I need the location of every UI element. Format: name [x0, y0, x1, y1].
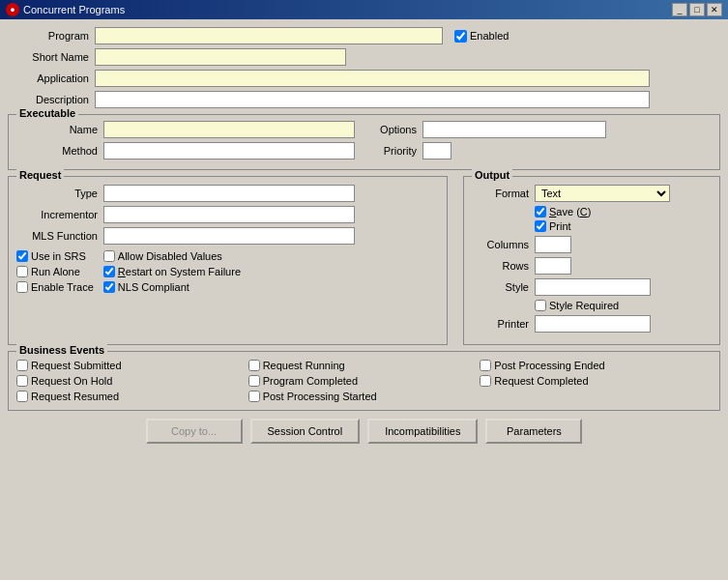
- be-request-running-cb[interactable]: [248, 360, 260, 371]
- restart-label: Restart on System Failure: [118, 266, 241, 277]
- cb-col-right: Allow Disabled Values Restart on System …: [103, 250, 241, 293]
- app-icon: ●: [6, 3, 19, 16]
- be-request-resumed[interactable]: Request Resumed: [16, 391, 248, 402]
- save-item[interactable]: Save (C): [535, 206, 712, 218]
- request-title: Request: [16, 169, 64, 181]
- options-input[interactable]: [422, 121, 606, 138]
- exec-name-row: Name Options: [16, 121, 712, 138]
- enabled-checkbox[interactable]: [454, 30, 467, 43]
- nls-compliant-item[interactable]: NLS Compliant: [103, 281, 241, 293]
- enable-trace-checkbox[interactable]: [16, 281, 28, 293]
- cb-col-left: Use in SRS Run Alone Enable Trace: [16, 250, 94, 293]
- type-row: Type: [16, 185, 439, 202]
- save-row: Save (C): [472, 206, 712, 218]
- program-label: Program: [8, 30, 95, 42]
- program-row: Program Enabled: [8, 27, 720, 44]
- business-events-section: Business Events Request Submitted Reques…: [8, 351, 720, 411]
- be-request-completed[interactable]: Request Completed: [480, 375, 712, 387]
- minimize-button[interactable]: _: [672, 3, 687, 16]
- program-input[interactable]: [95, 27, 443, 44]
- title-bar: ● Concurrent Programs _ □ ✕: [0, 0, 728, 19]
- mls-function-label: MLS Function: [16, 230, 103, 242]
- use-in-srs-checkbox[interactable]: [16, 250, 28, 262]
- columns-input[interactable]: [535, 236, 571, 253]
- executable-section: Executable Name Options Method Priority: [8, 114, 720, 170]
- run-alone-checkbox[interactable]: [16, 266, 28, 277]
- format-select[interactable]: Text PDF HTML XML: [535, 185, 670, 202]
- run-alone-item[interactable]: Run Alone: [16, 266, 94, 277]
- mls-function-row: MLS Function: [16, 227, 439, 245]
- be-request-on-hold-cb[interactable]: [16, 375, 28, 387]
- enabled-label: Enabled: [454, 30, 509, 43]
- short-name-label: Short Name: [8, 51, 95, 63]
- be-post-processing-started[interactable]: Post Processing Started: [248, 391, 480, 402]
- style-input[interactable]: [535, 278, 651, 296]
- description-input[interactable]: [95, 91, 650, 108]
- incompatibilities-button[interactable]: Incompatibilities: [367, 419, 478, 444]
- allow-disabled-checkbox[interactable]: [103, 250, 115, 262]
- parameters-button[interactable]: Parameters: [485, 419, 582, 444]
- method-label: Method: [16, 145, 103, 157]
- executable-title: Executable: [16, 107, 78, 119]
- rows-input[interactable]: [535, 257, 571, 275]
- printer-row: Printer: [472, 315, 712, 333]
- business-events-grid: Request Submitted Request Running Post P…: [16, 360, 712, 402]
- columns-row: Columns: [472, 236, 712, 253]
- print-item[interactable]: Print: [535, 220, 712, 232]
- priority-label: Priority: [355, 145, 422, 157]
- type-input[interactable]: [103, 185, 355, 202]
- columns-label: Columns: [472, 239, 535, 250]
- style-required-checkbox[interactable]: [535, 300, 546, 311]
- copy-to-button[interactable]: Copy to...: [146, 419, 243, 444]
- application-input[interactable]: [95, 70, 650, 87]
- exec-name-input[interactable]: [103, 121, 355, 138]
- incrementor-label: Incrementor: [16, 209, 103, 220]
- nls-compliant-checkbox[interactable]: [103, 281, 115, 293]
- be-request-on-hold[interactable]: Request On Hold: [16, 375, 248, 387]
- be-request-running[interactable]: Request Running: [248, 360, 480, 371]
- restart-on-failure-checkbox[interactable]: [103, 266, 115, 277]
- incrementor-row: Incrementor: [16, 206, 439, 223]
- main-content: Program Enabled Short Name Application D…: [0, 19, 728, 580]
- be-post-processing-started-cb[interactable]: [248, 391, 260, 402]
- be-request-resumed-cb[interactable]: [16, 391, 28, 402]
- description-label: Description: [8, 94, 95, 105]
- mls-function-input[interactable]: [103, 227, 355, 245]
- be-request-completed-cb[interactable]: [480, 375, 491, 387]
- style-required-row: Style Required: [472, 300, 712, 311]
- be-program-completed-cb[interactable]: [248, 375, 260, 387]
- save-checkbox[interactable]: [535, 206, 546, 218]
- incrementor-input[interactable]: [103, 206, 355, 223]
- style-label: Style: [472, 281, 535, 293]
- style-required-item[interactable]: Style Required: [535, 300, 712, 311]
- window-controls[interactable]: _ □ ✕: [672, 3, 722, 16]
- style-row: Style: [472, 278, 712, 296]
- priority-input[interactable]: [422, 142, 451, 160]
- title-text: Concurrent Programs: [23, 4, 125, 15]
- session-control-button[interactable]: Session Control: [250, 419, 361, 444]
- short-name-input[interactable]: [95, 48, 346, 66]
- be-request-submitted[interactable]: Request Submitted: [16, 360, 248, 371]
- use-in-srs-item[interactable]: Use in SRS: [16, 250, 94, 262]
- be-post-processing-ended[interactable]: Post Processing Ended: [480, 360, 712, 371]
- application-label: Application: [8, 72, 95, 84]
- be-program-completed[interactable]: Program Completed: [248, 375, 480, 387]
- be-request-submitted-cb[interactable]: [16, 360, 28, 371]
- method-input[interactable]: [103, 142, 355, 160]
- output-section: Output Format Text PDF HTML XML Save (C): [463, 176, 720, 345]
- print-checkbox[interactable]: [535, 220, 546, 232]
- output-title: Output: [472, 169, 512, 181]
- restart-on-failure-item[interactable]: Restart on System Failure: [103, 266, 241, 277]
- description-row: Description: [8, 91, 720, 108]
- enable-trace-item[interactable]: Enable Trace: [16, 281, 94, 293]
- be-post-processing-ended-cb[interactable]: [480, 360, 491, 371]
- close-button[interactable]: ✕: [707, 3, 722, 16]
- request-section: Request Type Incrementor MLS Function Us…: [8, 176, 448, 345]
- type-label: Type: [16, 188, 103, 199]
- application-row: Application: [8, 70, 720, 87]
- request-output-area: Request Type Incrementor MLS Function Us…: [8, 176, 720, 345]
- printer-input[interactable]: [535, 315, 651, 333]
- maximize-button[interactable]: □: [689, 3, 705, 16]
- allow-disabled-item[interactable]: Allow Disabled Values: [103, 250, 241, 262]
- buttons-row: Copy to... Session Control Incompatibili…: [8, 419, 720, 444]
